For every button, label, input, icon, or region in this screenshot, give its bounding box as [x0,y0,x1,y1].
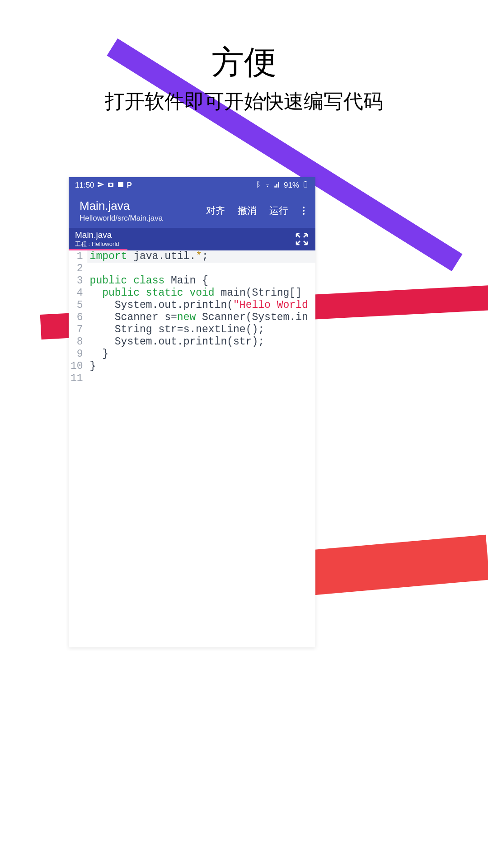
bluetooth-icon [254,181,261,190]
promo-title: 方便 [0,41,488,84]
signal-icon [274,181,281,190]
image-icon [117,181,124,190]
svg-rect-2 [118,182,123,187]
svg-rect-4 [305,181,306,181]
tab-name: Main.java [75,230,119,240]
battery-icon [302,181,309,190]
status-bar: 11:50 P 91% [69,177,315,193]
app-bar: Main.java Helloworld/src/Main.java 对齐 撤消… [69,193,315,228]
more-button[interactable] [301,207,306,215]
code-area[interactable]: import java.util.*;public class Main { p… [87,250,315,385]
svg-rect-3 [304,182,307,187]
run-button[interactable]: 运行 [269,204,288,217]
expand-icon[interactable] [295,232,309,246]
camera-icon [107,181,114,190]
appbar-title: Main.java [80,199,206,213]
undo-button[interactable]: 撤消 [238,204,257,217]
decorative-stripe-pink2 [311,284,488,319]
svg-point-1 [109,184,112,186]
line-gutter: 1234567891011 [69,250,87,385]
tab[interactable]: Main.java 工程 : Helloworld [75,230,119,248]
tab-underline [69,249,127,250]
p-icon: P [127,181,132,190]
code-editor[interactable]: 1234567891011 import java.util.*;public … [69,250,315,385]
status-time: 11:50 [75,181,94,190]
phone-screenshot: 11:50 P 91% Main.java Helloworld/src/Mai… [69,177,315,647]
align-button[interactable]: 对齐 [206,204,225,217]
appbar-path: Helloworld/src/Main.java [80,214,206,223]
promo-subtitle: 打开软件即可开始快速编写代码 [0,88,488,115]
decorative-stripe-orange [305,535,488,595]
send-icon [97,181,104,190]
tab-bar: Main.java 工程 : Helloworld [69,228,315,250]
wifi-icon [264,181,271,190]
tab-project: 工程 : Helloworld [75,240,119,248]
battery-text: 91% [284,181,299,190]
